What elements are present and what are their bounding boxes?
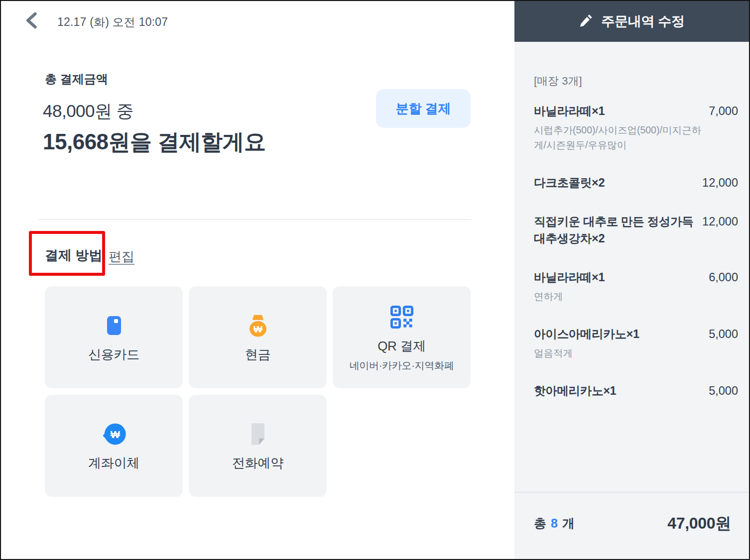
payment-card-qr[interactable]: QR 결제 네이버·카카오·지역화폐 (333, 286, 471, 388)
payment-card-cash[interactable]: ₩ 현금 (189, 286, 327, 388)
red-annotation-box (29, 231, 105, 276)
svg-text:₩: ₩ (110, 429, 120, 440)
payment-panel: 12.17 (화) 오전 10:07 총 결제금액 48,000원 중 15,6… (1, 1, 514, 559)
order-item-price: 12,000 (702, 213, 738, 230)
order-item-price: 6,000 (709, 269, 738, 286)
order-item-name: 직접키운 대추로 만든 정성가득 대추생강차×2 (534, 213, 698, 247)
payment-card-label: 전화예약 (232, 454, 283, 472)
total-suffix: 개 (562, 515, 575, 532)
total-amount-label: 총 결제금액 (45, 71, 108, 87)
order-item: 아이스아메리카노×1 5,000 얼음적게 (534, 326, 738, 360)
money-bag-icon: ₩ (245, 311, 271, 340)
section-divider (38, 219, 471, 220)
order-summary-panel: 주문내역 수정 [매장 3개] 바닐라라떼×1 7,000 시럽추가(500)/… (514, 1, 749, 559)
order-item-price: 5,000 (709, 326, 738, 342)
order-item: 직접키운 대추로 만든 정성가득 대추생강차×2 12,000 (534, 213, 738, 247)
store-count-label: [매장 3개] (534, 74, 738, 89)
order-total-bar: 총 8 개 47,000원 (514, 492, 749, 559)
order-item-price: 12,000 (702, 174, 738, 191)
credit-card-icon (107, 311, 121, 340)
datetime-text: 12.17 (화) 오전 10:07 (57, 14, 168, 30)
order-item-options: 얼음적게 (534, 345, 713, 360)
payment-card-transfer[interactable]: ₩ 계좌이체 (45, 395, 183, 497)
payment-methods-grid: 신용카드 ₩ 현금 (45, 286, 471, 497)
qr-code-icon (389, 303, 415, 332)
order-item-name: 바닐라라떼×1 (534, 269, 605, 286)
svg-text:₩: ₩ (253, 324, 262, 335)
order-item-name: 핫아메리카노×1 (534, 382, 616, 399)
total-count-label: 총 8 개 (534, 515, 575, 532)
chevron-left-icon (24, 11, 40, 31)
order-item: 다크초콜릿×2 12,000 (534, 174, 738, 191)
order-edit-header-button[interactable]: 주문내역 수정 (514, 1, 749, 42)
order-item-price: 5,000 (709, 382, 738, 399)
payment-card-label: 신용카드 (88, 346, 139, 363)
payment-card-sublabel: 네이버·카카오·지역화폐 (350, 359, 454, 372)
screen: 12.17 (화) 오전 10:07 총 결제금액 48,000원 중 15,6… (0, 0, 750, 560)
document-icon (245, 420, 271, 448)
order-item-options: 시럽추가(500)/사이즈업(500)/미지근하게/시즌원두/우유많이 (534, 122, 713, 152)
due-amount-line: 15,668원을 결제할게요 (43, 127, 266, 157)
order-item-name: 바닐라라떼×1 (534, 103, 605, 119)
edit-link[interactable]: 편집 (109, 248, 134, 265)
total-prefix: 총 (534, 515, 546, 532)
payment-card-label: QR 결제 (377, 337, 426, 355)
total-amount-line: 48,000원 중 (43, 100, 133, 123)
payment-card-credit[interactable]: 신용카드 (45, 286, 183, 388)
payment-card-label: 현금 (245, 346, 270, 363)
payment-card-phone[interactable]: 전화예약 (189, 395, 327, 497)
payment-card-label: 계좌이체 (88, 454, 139, 472)
order-item: 바닐라라떼×1 6,000 연하게 (534, 269, 738, 304)
split-payment-button[interactable]: 분할 결제 (376, 89, 471, 128)
order-item-price: 7,000 (709, 103, 738, 119)
order-item-name: 다크초콜릿×2 (534, 174, 605, 191)
order-item: 핫아메리카노×1 5,000 (534, 382, 738, 399)
order-item-name: 아이스아메리카노×1 (534, 326, 639, 342)
total-price: 47,000원 (667, 513, 731, 535)
total-count-number: 8 (551, 516, 558, 531)
back-button[interactable] (21, 9, 43, 33)
order-item-list: [매장 3개] 바닐라라떼×1 7,000 시럽추가(500)/사이즈업(500… (514, 42, 749, 492)
order-edit-title: 주문내역 수정 (601, 12, 684, 30)
pencil-icon (579, 13, 594, 30)
bank-transfer-icon: ₩ (101, 420, 127, 448)
order-item: 바닐라라떼×1 7,000 시럽추가(500)/사이즈업(500)/미지근하게/… (534, 103, 738, 152)
order-item-options: 연하게 (534, 289, 713, 304)
